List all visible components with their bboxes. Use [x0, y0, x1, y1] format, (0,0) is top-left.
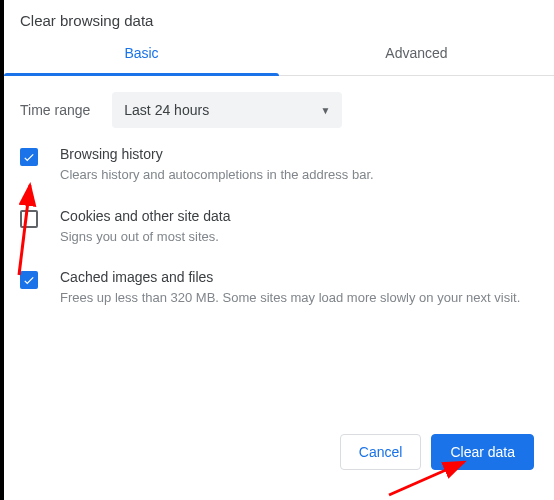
option-cookies: Cookies and other site data Signs you ou… — [20, 208, 538, 246]
clear-data-button[interactable]: Clear data — [431, 434, 534, 470]
option-desc: Clears history and autocompletions in th… — [60, 166, 538, 184]
checkbox-browsing-history[interactable] — [20, 148, 38, 166]
tabs: Basic Advanced — [4, 33, 554, 76]
options-list: Browsing history Clears history and auto… — [4, 136, 554, 307]
tab-advanced[interactable]: Advanced — [279, 33, 554, 75]
time-range-row: Time range Last 24 hours ▼ — [4, 76, 554, 136]
option-title: Cached images and files — [60, 269, 538, 285]
option-desc: Signs you out of most sites. — [60, 228, 538, 246]
clear-browsing-dialog: Clear browsing data Basic Advanced Time … — [0, 0, 554, 500]
footer-buttons: Cancel Clear data — [340, 434, 534, 470]
option-desc: Frees up less than 320 MB. Some sites ma… — [60, 289, 538, 307]
checkbox-cookies[interactable] — [20, 210, 38, 228]
time-range-selected: Last 24 hours — [124, 102, 209, 118]
option-cached: Cached images and files Frees up less th… — [20, 269, 538, 307]
checkbox-cached[interactable] — [20, 271, 38, 289]
option-browsing-history: Browsing history Clears history and auto… — [20, 146, 538, 184]
check-icon — [22, 150, 36, 164]
time-range-label: Time range — [20, 102, 90, 118]
option-title: Browsing history — [60, 146, 538, 162]
tab-basic[interactable]: Basic — [4, 33, 279, 75]
time-range-dropdown[interactable]: Last 24 hours ▼ — [112, 92, 342, 128]
caret-down-icon: ▼ — [320, 105, 330, 116]
option-title: Cookies and other site data — [60, 208, 538, 224]
check-icon — [22, 273, 36, 287]
dialog-title: Clear browsing data — [4, 0, 554, 33]
cancel-button[interactable]: Cancel — [340, 434, 422, 470]
